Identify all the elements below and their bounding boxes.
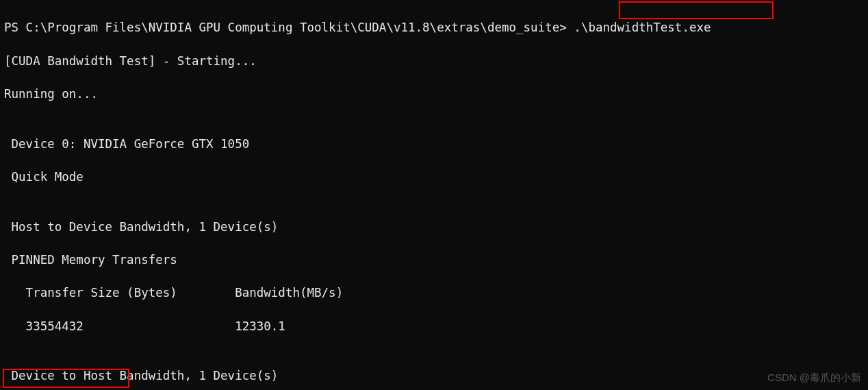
- section-title: Host to Device Bandwidth, 1 Device(s): [4, 219, 864, 235]
- section-row: 33554432 12330.1: [4, 318, 864, 334]
- command-text: .\bandwidthTest.exe: [574, 21, 711, 34]
- output-running: Running on...: [4, 86, 864, 102]
- watermark-text: CSDN @毒爪的小新: [767, 369, 861, 386]
- mode-line: Quick Mode: [4, 169, 864, 185]
- terminal-output[interactable]: PS C:\Program Files\NVIDIA GPU Computing…: [0, 0, 868, 390]
- device-line: Device 0: NVIDIA GeForce GTX 1050: [4, 136, 864, 152]
- prompt-prefix: PS: [4, 21, 26, 34]
- section-title: Device to Host Bandwidth, 1 Device(s): [4, 367, 864, 384]
- section-mem: PINNED Memory Transfers: [4, 252, 864, 268]
- prompt-sep: >: [559, 21, 574, 34]
- prompt-line: PS C:\Program Files\NVIDIA GPU Computing…: [4, 19, 864, 36]
- output-header: [CUDA Bandwidth Test] - Starting...: [4, 53, 864, 69]
- prompt-cwd: C:\Program Files\NVIDIA GPU Computing To…: [26, 21, 560, 34]
- section-head: Transfer Size (Bytes) Bandwidth(MB/s): [4, 284, 864, 301]
